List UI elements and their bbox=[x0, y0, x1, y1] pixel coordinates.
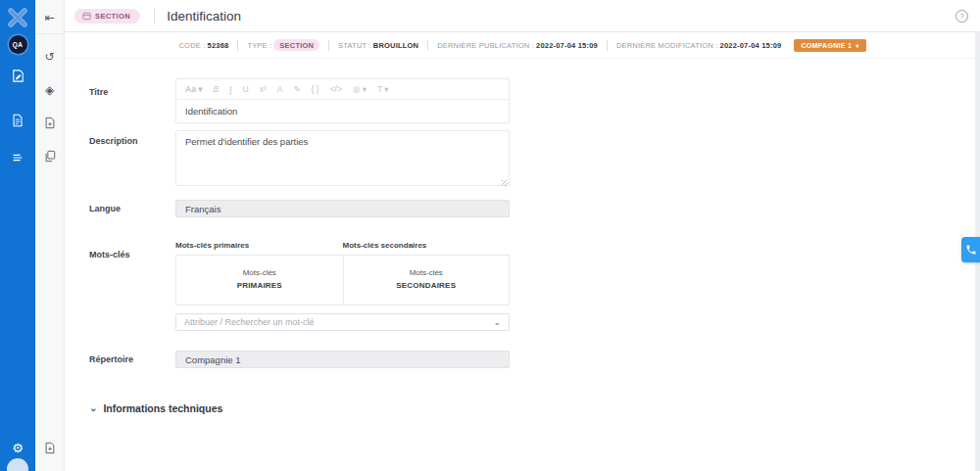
mots-cles-primaires-dropzone[interactable]: Mots-clés PRIMAIRES bbox=[176, 256, 343, 305]
titre-richtext-field: Aa ▾BIUx²A✎{ }</>◎ ▾T ▾ Identification bbox=[175, 78, 510, 123]
history-icon[interactable]: ↺ bbox=[35, 47, 65, 67]
mot-cle-search-placeholder: Attribuer / Rechercher un mot-clé bbox=[184, 317, 315, 327]
section-form: Titre Aa ▾BIUx²A✎{ }</>◎ ▾T ▾ Identifica… bbox=[65, 59, 980, 368]
mots-cles-secondaires-header: Mots-clés secondaires bbox=[343, 241, 511, 250]
mots-cles-row: Mots-clés Mots-clés primaires Mots-clés … bbox=[89, 241, 980, 331]
description-row: Description bbox=[89, 130, 980, 190]
repertoire-label: Répertoire bbox=[89, 351, 175, 368]
user-avatar[interactable] bbox=[7, 458, 28, 471]
phone-contact-button[interactable] bbox=[961, 237, 980, 262]
richtext-toolbar-button[interactable]: x² bbox=[260, 84, 267, 94]
meta-code: CODE :52368 bbox=[178, 41, 228, 50]
informations-techniques-label: Informations techniques bbox=[103, 402, 222, 414]
sidebar-divider bbox=[35, 33, 65, 34]
edit-document-icon[interactable] bbox=[0, 66, 35, 85]
richtext-toolbar-button[interactable]: U bbox=[243, 84, 249, 94]
meta-derniere-publication: DERNIÈRE PUBLICATION :2022-07-04 15:09 bbox=[437, 41, 598, 50]
meta-statut: STATUT :BROUILLON bbox=[338, 41, 418, 50]
secondary-sidebar: ⇤ ↺ ◈ bbox=[35, 0, 65, 471]
mots-cles-dropzones: Mots-clés PRIMAIRES Mots-clés SECONDAIRE… bbox=[175, 255, 510, 306]
header-divider bbox=[154, 8, 155, 24]
meta-separator bbox=[328, 40, 329, 51]
page-icon[interactable] bbox=[35, 113, 65, 132]
mots-cles-secondaires-dropzone[interactable]: Mots-clés SECONDAIRES bbox=[343, 256, 510, 305]
meta-separator bbox=[427, 40, 428, 51]
richtext-toolbar-button[interactable]: I bbox=[229, 84, 231, 94]
description-textarea[interactable] bbox=[175, 130, 510, 186]
richtext-toolbar-button[interactable]: A bbox=[277, 84, 283, 94]
richtext-toolbar-button[interactable]: ✎ bbox=[293, 84, 300, 94]
section-badge-label: SECTION bbox=[95, 12, 130, 21]
section-badge-icon bbox=[82, 12, 91, 21]
list-icon[interactable] bbox=[0, 148, 35, 167]
app-logo-icon[interactable] bbox=[7, 7, 28, 28]
section-type-badge: SECTION bbox=[74, 9, 140, 24]
settings-gear-icon[interactable]: ⚙ bbox=[0, 438, 35, 457]
meta-derniere-modification: DERNIÈRE MODIFICATION :2022-07-04 15:09 bbox=[616, 41, 781, 50]
help-icon[interactable]: ? bbox=[956, 10, 968, 23]
richtext-toolbar-button[interactable]: Aa ▾ bbox=[185, 84, 203, 94]
richtext-toolbar-button[interactable]: </> bbox=[330, 84, 342, 94]
langue-label: Langue bbox=[89, 200, 175, 217]
repertoire-readonly-field: Compagnie 1 bbox=[175, 351, 510, 368]
titre-label: Titre bbox=[89, 78, 175, 123]
chevron-down-icon: ▾ bbox=[856, 42, 858, 49]
titre-input[interactable]: Identification bbox=[176, 100, 509, 122]
repertoire-row: Répertoire Compagnie 1 bbox=[89, 351, 980, 368]
titre-row: Titre Aa ▾BIUx²A✎{ }</>◎ ▾T ▾ Identifica… bbox=[89, 78, 980, 123]
richtext-toolbar-button[interactable]: { } bbox=[312, 84, 319, 94]
mots-cles-label: Mots-clés bbox=[89, 241, 175, 331]
document-icon[interactable] bbox=[0, 111, 35, 130]
main-area: SECTION Identification ? CODE :52368 TYP… bbox=[65, 0, 980, 471]
informations-techniques-toggle[interactable]: ⌄ Informations techniques bbox=[89, 402, 980, 414]
primary-sidebar: QA ⚙ bbox=[0, 0, 35, 471]
metadata-bar: CODE :52368 TYPE :SECTION STATUT :BROUIL… bbox=[65, 32, 980, 59]
copy-icon[interactable] bbox=[35, 146, 65, 165]
richtext-toolbar: Aa ▾BIUx²A✎{ }</>◎ ▾T ▾ bbox=[176, 79, 509, 100]
mots-cles-primaires-header: Mots-clés primaires bbox=[175, 241, 343, 250]
meta-type: TYPE :SECTION bbox=[247, 41, 319, 50]
app-root: QA ⚙ ⇤ ↺ ◈ bbox=[0, 0, 980, 471]
richtext-toolbar-button[interactable]: ◎ ▾ bbox=[353, 84, 367, 94]
chevron-down-icon: ⌄ bbox=[493, 317, 501, 327]
type-value-pill: SECTION bbox=[273, 39, 319, 51]
langue-row: Langue Français bbox=[89, 200, 980, 217]
langue-readonly-field: Français bbox=[175, 200, 510, 217]
mot-cle-search-select[interactable]: Attribuer / Rechercher un mot-clé ⌄ bbox=[175, 313, 510, 331]
company-badge-button[interactable]: COMPAGNIE 1 ▾ bbox=[794, 39, 865, 52]
chevron-down-icon: ⌄ bbox=[89, 403, 97, 413]
page-header: SECTION Identification ? bbox=[65, 0, 980, 32]
page-title: Identification bbox=[167, 9, 241, 24]
richtext-toolbar-button[interactable]: B bbox=[214, 84, 220, 94]
meta-separator bbox=[237, 40, 238, 51]
phone-icon bbox=[965, 244, 977, 256]
qa-environment-badge[interactable]: QA bbox=[9, 35, 27, 54]
description-label: Description bbox=[89, 130, 175, 190]
add-document-icon[interactable] bbox=[35, 438, 65, 457]
richtext-toolbar-button[interactable]: T ▾ bbox=[377, 84, 389, 94]
collapse-sidebar-icon[interactable]: ⇤ bbox=[35, 8, 65, 27]
target-icon[interactable]: ◈ bbox=[35, 80, 65, 100]
meta-separator bbox=[607, 40, 608, 51]
